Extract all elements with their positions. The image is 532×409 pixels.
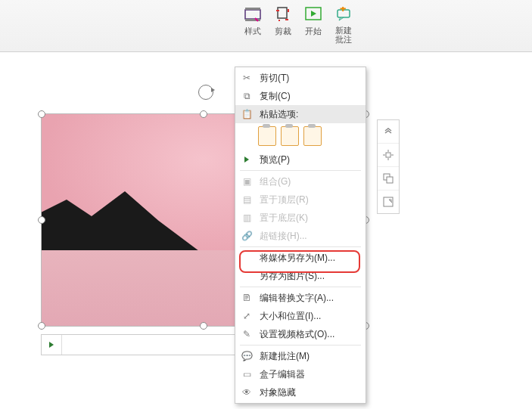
menu-new-comment-label: 新建批注(M): [260, 350, 358, 363]
menu-hide-obj-label: 对象隐藏: [260, 386, 358, 399]
chevrons-up-icon: [383, 126, 394, 137]
group-icon: ▣: [240, 176, 254, 187]
ribbon-style-label: 样式: [244, 26, 261, 37]
new-comment-icon: ✚: [334, 5, 353, 24]
menu-paste-header-label: 粘贴选项:: [260, 108, 358, 121]
play-button[interactable]: [42, 335, 62, 355]
menu-copy-label: 复制(C): [260, 90, 358, 103]
copy-icon: ⧉: [240, 91, 254, 101]
align-center-icon: [382, 149, 394, 161]
menu-separator: [240, 170, 361, 171]
format-icon: ✎: [240, 329, 254, 339]
menu-group: ▣ 组合(G): [235, 172, 366, 191]
ribbon-style-button[interactable]: 样式: [238, 3, 267, 45]
menu-save-image[interactable]: 另存为图片(S)...: [235, 267, 366, 285]
play-slide-icon: [303, 5, 323, 24]
crop-icon: [273, 5, 293, 24]
eye-off-icon: 👁: [240, 387, 254, 398]
menu-video-format[interactable]: ✎ 设置视频格式(O)...: [235, 325, 366, 343]
handle-sw[interactable]: [38, 322, 45, 330]
menu-bring-front-label: 置于顶层(R): [260, 194, 358, 206]
menu-size-position[interactable]: ⤢ 大小和位置(I)...: [235, 307, 366, 325]
menu-send-back-label: 置于底层(K): [260, 212, 358, 225]
paste-option-3[interactable]: [303, 126, 322, 146]
link-icon: 🔗: [240, 231, 254, 241]
alt-text-icon: 🖹: [240, 293, 254, 303]
menu-separator: [240, 246, 361, 247]
menu-group-label: 组合(G): [260, 175, 358, 188]
size-icon: ⤢: [240, 311, 254, 321]
ribbon-crop-button[interactable]: 剪裁: [269, 3, 297, 45]
ribbon-new-comment-button[interactable]: ✚ 新建 批注: [329, 3, 358, 45]
menu-box-editor[interactable]: ▭ 盒子编辑器: [235, 365, 366, 383]
menu-video-fmt-label: 设置视频格式(O)...: [260, 328, 358, 341]
menu-send-back: ▥ 置于底层(K): [235, 209, 366, 227]
context-menu: ✂ 剪切(T) ⧉ 复制(C) 📋 粘贴选项: 预览(P) ▣ 组合(G) ▤ …: [235, 67, 366, 404]
menu-hyperlink-label: 超链接(H)...: [260, 230, 358, 243]
ribbon-new-comment-label: 新建 批注: [335, 26, 352, 44]
svg-text:✚: ✚: [340, 7, 346, 13]
send-back-icon: ▥: [240, 212, 254, 223]
floating-tools: [377, 119, 400, 214]
menu-preview[interactable]: 预览(P): [235, 150, 366, 169]
handle-w[interactable]: [38, 216, 45, 224]
menu-hyperlink: 🔗 超链接(H)...: [235, 227, 366, 245]
menu-alt-text[interactable]: 🖹 编辑替换文字(A)...: [235, 289, 366, 307]
menu-separator: [240, 345, 361, 345]
box-icon: ▭: [240, 369, 254, 380]
menu-size-pos-label: 大小和位置(I)...: [260, 310, 358, 323]
svg-marker-5: [311, 11, 316, 17]
svg-rect-10: [387, 177, 393, 183]
handle-n[interactable]: [200, 110, 207, 118]
paste-option-1[interactable]: [258, 126, 276, 146]
paste-options-row: [235, 123, 366, 150]
svg-rect-1: [245, 8, 260, 10]
svg-rect-8: [386, 153, 390, 157]
tool-align-button[interactable]: [378, 144, 399, 167]
ribbon-crop-label: 剪裁: [275, 26, 291, 37]
filmstrip-icon: [243, 5, 263, 24]
comment-icon: 💬: [240, 351, 254, 361]
ribbon-start-button[interactable]: 开始: [299, 3, 328, 45]
play-icon: [49, 342, 54, 348]
menu-paste-options-header: 📋 粘贴选项:: [235, 105, 366, 123]
rotate-handle-icon[interactable]: [198, 85, 213, 100]
menu-save-media-label: 将媒体另存为(M)...: [260, 252, 358, 265]
menu-hide-object[interactable]: 👁 对象隐藏: [235, 383, 366, 401]
tool-arrange-button[interactable]: [378, 167, 399, 191]
menu-cut[interactable]: ✂ 剪切(T): [235, 69, 366, 87]
tool-collapse-button[interactable]: [378, 120, 399, 144]
ribbon: 样式 剪裁 开始 ✚ 新建 批注: [0, 0, 532, 52]
video-thumbnail-art: [42, 175, 208, 258]
expand-icon: [382, 196, 394, 208]
menu-copy[interactable]: ⧉ 复制(C): [235, 87, 366, 105]
paste-option-2[interactable]: [281, 126, 299, 146]
menu-alt-text-label: 编辑替换文字(A)...: [260, 292, 358, 305]
menu-cut-label: 剪切(T): [260, 72, 358, 85]
menu-save-media[interactable]: 将媒体另存为(M)...: [235, 249, 366, 267]
menu-bring-front: ▤ 置于顶层(R): [235, 191, 366, 209]
menu-box-editor-label: 盒子编辑器: [260, 368, 358, 381]
scissors-icon: ✂: [240, 73, 254, 83]
play-icon: [240, 156, 254, 163]
menu-separator: [240, 287, 361, 287]
video-playbar[interactable]: [41, 334, 254, 355]
bring-front-icon: ▤: [240, 194, 254, 205]
svg-rect-0: [245, 10, 260, 19]
ribbon-start-label: 开始: [305, 26, 322, 37]
menu-save-image-label: 另存为图片(S)...: [260, 270, 358, 283]
clipboard-icon: 📋: [240, 109, 254, 119]
handle-s[interactable]: [200, 322, 207, 330]
handle-nw[interactable]: [38, 110, 45, 118]
overlap-icon: [382, 172, 394, 184]
tool-expand-button[interactable]: [378, 191, 399, 213]
menu-preview-label: 预览(P): [260, 153, 358, 166]
svg-rect-3: [278, 8, 287, 18]
menu-new-comment[interactable]: 💬 新建批注(M): [235, 347, 366, 365]
